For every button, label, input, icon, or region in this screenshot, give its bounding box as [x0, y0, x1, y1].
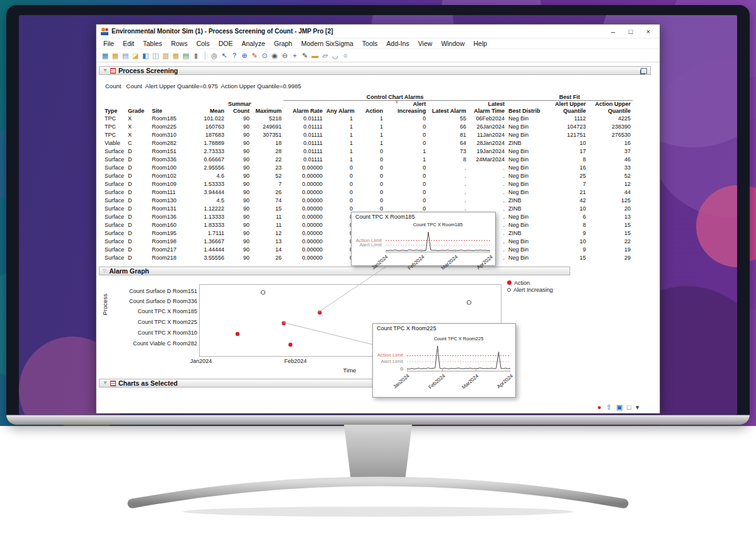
table-row[interactable]: SurfaceDRoom1512.7333390280.011111017319… [103, 147, 633, 156]
upload-panel-icon[interactable]: ⇧ [606, 403, 612, 411]
col-header-maximum[interactable]: Maximum [251, 100, 284, 115]
table-cell: 0 [385, 188, 428, 197]
col-header-action-upper-quantile[interactable]: Action UpperQuantile [588, 100, 633, 115]
table-row[interactable]: SurfaceDRoom1002.9555690230.00000000..Ne… [103, 164, 633, 172]
alarm-point-action[interactable] [282, 321, 285, 325]
table-row[interactable]: SurfaceDRoom1113.9444490260.00000000..Ne… [103, 188, 633, 197]
annotate-tool-icon[interactable]: ▬ [310, 50, 320, 61]
col-header-summary-count[interactable]: SummaryCount [226, 100, 251, 115]
stage: Environmental Monitor Sim (1) - Process … [0, 0, 756, 535]
window-titlebar[interactable]: Environmental Monitor Sim (1) - Process … [96, 25, 660, 38]
script-icon[interactable]: ▤ [181, 50, 191, 61]
section-header-charts-as-selected[interactable]: ▼ Charts as Selected [99, 379, 376, 388]
section-header-process-screening[interactable]: ▼ Process Screening [99, 66, 651, 75]
zoom-in-tool-icon[interactable]: ◉ [270, 50, 280, 61]
pencil-tool-icon[interactable]: ✎ [300, 50, 310, 61]
alert-marker-icon [507, 288, 511, 292]
legend-entry-action[interactable]: Action [507, 279, 553, 286]
dropdown-caret-icon[interactable]: ▾ [636, 403, 639, 411]
menu-view[interactable]: View [414, 40, 437, 47]
arrow-tool-icon[interactable]: ↖ [219, 50, 229, 61]
panel-dock-icon[interactable] [641, 68, 647, 74]
table-row[interactable]: SurfaceDRoom1091.533339070.00000000..Neg… [103, 180, 633, 188]
legend-entry-alert[interactable]: Alert Increasing [507, 286, 553, 293]
open-data-table-icon[interactable]: ▦ [110, 50, 120, 61]
new-data-table-icon[interactable]: ▦ [100, 50, 110, 61]
table-row[interactable]: SurfaceDRoom1024.690520.00000000..Neg Bi… [103, 172, 633, 180]
menu-window[interactable]: Window [437, 40, 469, 47]
alert-status-icon[interactable]: ● [597, 403, 602, 411]
alarm-point-alert[interactable] [467, 301, 471, 304]
search-icon[interactable]: ◎ [209, 50, 219, 61]
oval-tool-icon[interactable]: ○ [340, 50, 350, 61]
col-header-any-alarm[interactable]: Any Alarm [324, 100, 355, 115]
table-cell: Neg Bin [507, 115, 545, 123]
alarm-point-action[interactable] [289, 343, 292, 347]
menu-modern-sixsigma[interactable]: Modern SixSigma [297, 40, 358, 47]
table-row[interactable]: SurfaceDRoom3360.6666790220.01111101824M… [103, 156, 633, 164]
maximize-button[interactable]: □ [622, 25, 639, 38]
table-row[interactable]: TPCXRoom185101.0229052180.011111105506Fe… [103, 115, 633, 123]
alarm-point-action[interactable] [236, 332, 239, 336]
disclosure-triangle-icon[interactable]: ▼ [103, 379, 108, 388]
col-header-action[interactable]: Action [355, 100, 385, 115]
crosshair-tool-icon[interactable]: ⊕ [239, 50, 249, 61]
hand-tool-icon[interactable]: ⊙ [260, 50, 270, 61]
table-row[interactable]: TPCXRoom225160763902496910.011111106626J… [103, 123, 633, 131]
help-tool-icon[interactable]: ? [229, 50, 239, 61]
menu-tools[interactable]: Tools [358, 40, 382, 47]
col-header-alarm-rate[interactable]: Alarm Rate [284, 100, 324, 115]
alarm-point-action[interactable] [318, 311, 321, 314]
chart-popup-room185[interactable]: Count TPC X Room185Count TPC X Room185Ac… [351, 212, 496, 266]
checkbox-icon[interactable]: □ [627, 403, 631, 411]
brush-tool-icon[interactable]: ✎ [249, 50, 260, 61]
col-header-alert-increasing[interactable]: AlertIncreasing [385, 100, 428, 115]
table-row[interactable]: ViableCRoom2821.7888990180.011111106428J… [103, 139, 633, 147]
alarm-point-alert[interactable] [261, 291, 265, 294]
table-cell: 1.36667 [191, 238, 226, 246]
table-cell: 0.00000 [284, 254, 324, 262]
layout-icon[interactable]: ▥ [161, 50, 171, 61]
close-button[interactable]: × [639, 25, 657, 38]
plus-tool-icon[interactable]: + [290, 50, 300, 61]
alarm-graph-category-label: Count TPC X Room185 [138, 308, 197, 314]
minimize-button[interactable]: – [604, 25, 622, 38]
lock-icon[interactable]: ▮ [191, 50, 201, 61]
col-header-site[interactable]: Site [150, 100, 191, 115]
table-row[interactable]: TPCXRoom310187683903073510.011111108111J… [103, 131, 633, 139]
menu-tables[interactable]: Tables [139, 40, 166, 47]
col-header-latest-alarm[interactable]: Latest Alarm [428, 100, 468, 115]
table-row[interactable]: SurfaceDRoom1304.590740.00000000..ZINB42… [103, 197, 633, 205]
column-collapse-chevron-icon[interactable]: ∨ [395, 99, 399, 105]
section-header-alarm-graph[interactable]: ▽ Alarm Graph [99, 267, 570, 275]
disclosure-triangle-icon[interactable]: ▽ [103, 267, 106, 275]
menu-cols[interactable]: Cols [192, 40, 214, 47]
menu-help[interactable]: Help [469, 40, 491, 47]
lasso-tool-icon[interactable]: ◡ [330, 50, 340, 61]
col-header-best-distrib[interactable]: Best Distrib [507, 100, 545, 115]
col-header-alert-upper-quantile[interactable]: Alert UpperQuantile [545, 100, 588, 115]
col-header-latest-alarm-time[interactable]: LatestAlarm Time [468, 100, 507, 115]
menu-rows[interactable]: Rows [166, 40, 192, 47]
database-icon[interactable]: ▦ [171, 50, 181, 61]
new-journal-icon[interactable]: ▤ [120, 50, 130, 61]
menu-doe[interactable]: DOE [214, 40, 238, 47]
menu-analyze[interactable]: Analyze [237, 40, 269, 47]
menu-edit[interactable]: Edit [118, 40, 139, 47]
polygon-tool-icon[interactable]: ▱ [320, 50, 330, 61]
menu-graph[interactable]: Graph [270, 40, 297, 47]
zoom-out-tool-icon[interactable]: ⊖ [280, 50, 290, 61]
menu-add-ins[interactable]: Add-Ins [382, 40, 413, 47]
chart-popup-room225[interactable]: Count TPC X Room225Count TPC X Room225Ac… [372, 323, 516, 398]
disclosure-triangle-icon[interactable]: ▼ [103, 66, 108, 75]
table-cell: 8 [545, 221, 588, 229]
window-panel-icon[interactable]: ▣ [616, 403, 622, 411]
save-icon[interactable]: ◧ [140, 50, 151, 61]
menu-file[interactable]: File [99, 40, 118, 47]
col-header-type[interactable]: Type [103, 100, 126, 115]
alarm-graph-category-label: Count Surface D Room151 [129, 288, 197, 294]
col-header-grade[interactable]: Grade [126, 100, 150, 115]
col-header-mean[interactable]: Mean [191, 100, 226, 115]
copy-icon[interactable]: ◫ [151, 50, 161, 61]
open-folder-icon[interactable]: ◪ [130, 50, 140, 61]
